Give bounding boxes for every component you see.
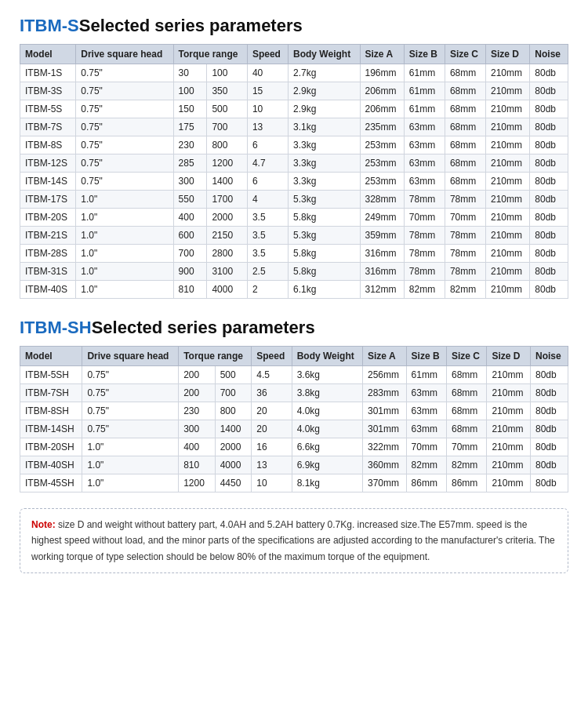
table-cell: 300 xyxy=(173,173,207,191)
table-cell: 3.8kg xyxy=(292,384,362,402)
table-cell: 1200 xyxy=(207,154,248,173)
table-cell: 3.5 xyxy=(247,245,288,263)
table-cell: 1200 xyxy=(179,474,216,492)
col-sizeD: Size D xyxy=(487,347,531,366)
table-cell: 70mm xyxy=(406,438,446,456)
note-text: size D and weight without battery part, … xyxy=(31,519,555,562)
table-cell: 300 xyxy=(179,420,216,438)
table-cell: 400 xyxy=(179,438,216,456)
table-cell: 30 xyxy=(173,64,207,82)
table-cell: 10 xyxy=(247,100,288,118)
table-cell: 4.7 xyxy=(247,154,288,173)
table-cell: 80db xyxy=(530,173,568,191)
col-sizeB: Size B xyxy=(406,347,446,366)
table-cell: 63mm xyxy=(404,154,445,173)
table-cell: 301mm xyxy=(362,402,406,420)
table-cell: 78mm xyxy=(404,263,445,281)
table-cell: 810 xyxy=(173,281,207,299)
section1: ITBM-SSelected series parameters Model D… xyxy=(20,16,568,299)
table-cell: 0.75" xyxy=(76,64,173,82)
table-cell: 253mm xyxy=(360,154,404,173)
table-cell: 61mm xyxy=(406,366,446,384)
table-cell: 175 xyxy=(173,118,207,136)
table-cell: 312mm xyxy=(360,281,404,299)
table-cell: 80db xyxy=(530,384,568,402)
table-cell: 2.5 xyxy=(247,263,288,281)
table-cell: 80db xyxy=(530,227,568,245)
table-cell: 6.6kg xyxy=(292,438,362,456)
table-cell: 230 xyxy=(173,136,207,154)
table-cell: 900 xyxy=(173,263,207,281)
table-cell: 86mm xyxy=(446,474,486,492)
table-cell: 68mm xyxy=(445,154,485,173)
table-cell: 80db xyxy=(530,456,568,474)
table-cell: 210mm xyxy=(486,118,530,136)
table-cell: 20 xyxy=(252,420,292,438)
table-cell: 100 xyxy=(207,64,248,82)
table-cell: 550 xyxy=(173,191,207,209)
table-cell: 15 xyxy=(247,82,288,100)
table-cell: 82mm xyxy=(406,456,446,474)
table-cell: 13 xyxy=(252,456,292,474)
table-cell: 61mm xyxy=(404,64,445,82)
table-cell: 235mm xyxy=(360,118,404,136)
table-cell: 210mm xyxy=(486,154,530,173)
table-cell: 800 xyxy=(215,402,252,420)
table-cell: 4.0kg xyxy=(292,402,362,420)
table-cell: 210mm xyxy=(487,384,531,402)
col-speed: Speed xyxy=(247,45,288,64)
table-cell: ITBM-20SH xyxy=(20,438,82,456)
table-cell: 4.0kg xyxy=(292,420,362,438)
col-noise: Noise xyxy=(530,45,568,64)
table-cell: 1.0" xyxy=(82,438,179,456)
table-cell: ITBM-7SH xyxy=(20,384,82,402)
table-cell: 370mm xyxy=(362,474,406,492)
col-drive: Drive square head xyxy=(82,347,179,366)
table-cell: 210mm xyxy=(486,227,530,245)
table-cell: 210mm xyxy=(487,438,531,456)
table-cell: 63mm xyxy=(406,384,446,402)
table-cell: ITBM-14SH xyxy=(20,420,82,438)
table-cell: ITBM-3S xyxy=(20,82,76,100)
table-cell: 5.8kg xyxy=(289,209,361,227)
table-cell: 206mm xyxy=(360,82,404,100)
section1-title-rest: Selected series parameters xyxy=(79,16,303,35)
note-box: Note: size D and weight without battery … xyxy=(20,508,568,573)
col-speed: Speed xyxy=(252,347,292,366)
table-row: ITBM-7SH0.75"200700363.8kg283mm63mm68mm2… xyxy=(20,384,568,402)
table-cell: 80db xyxy=(530,474,568,492)
table-cell: 500 xyxy=(207,100,248,118)
table-row: ITBM-8SH0.75"230800204.0kg301mm63mm68mm2… xyxy=(20,402,568,420)
table-cell: 0.75" xyxy=(76,82,173,100)
table-cell: 210mm xyxy=(486,100,530,118)
table-cell: 150 xyxy=(173,100,207,118)
table-cell: 0.75" xyxy=(76,100,173,118)
table-cell: 700 xyxy=(215,384,252,402)
table-cell: 10 xyxy=(252,474,292,492)
col-drive: Drive square head xyxy=(76,45,173,64)
table-cell: 80db xyxy=(530,263,568,281)
table-cell: 196mm xyxy=(360,64,404,82)
table-row: ITBM-7S0.75"175700133.1kg235mm63mm68mm21… xyxy=(20,118,568,136)
table-cell: ITBM-14S xyxy=(20,173,76,191)
table-cell: 3.5 xyxy=(247,209,288,227)
table-cell: 80db xyxy=(530,136,568,154)
section2-title-highlight: ITBM-SH xyxy=(20,318,92,337)
col-sizeC: Size C xyxy=(446,347,486,366)
table-cell: 4000 xyxy=(215,456,252,474)
table-cell: 210mm xyxy=(486,173,530,191)
table-cell: 328mm xyxy=(360,191,404,209)
table-cell: ITBM-5SH xyxy=(20,366,82,384)
table-cell: 80db xyxy=(530,366,568,384)
table-cell: ITBM-31S xyxy=(20,263,76,281)
table-cell: 5.3kg xyxy=(289,191,361,209)
table-cell: 210mm xyxy=(487,456,531,474)
table-cell: 6 xyxy=(247,173,288,191)
table-cell: ITBM-7S xyxy=(20,118,76,136)
section1-title: ITBM-SSelected series parameters xyxy=(20,16,568,36)
table-header-row: Model Drive square head Torque range Spe… xyxy=(20,347,568,366)
table-row: ITBM-3S0.75"100350152.9kg206mm61mm68mm21… xyxy=(20,82,568,100)
table-cell: 810 xyxy=(179,456,216,474)
table-cell: ITBM-12S xyxy=(20,154,76,173)
section2-table: Model Drive square head Torque range Spe… xyxy=(20,346,568,492)
